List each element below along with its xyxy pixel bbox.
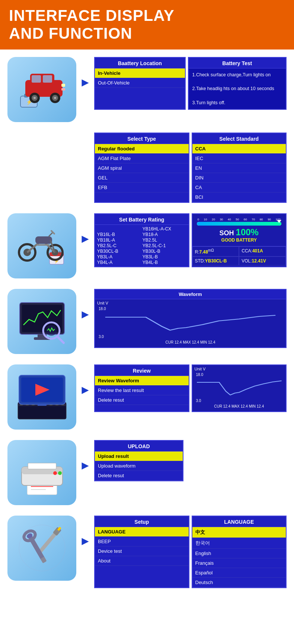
cca-value: 401A [252, 248, 263, 254]
battery-stats-grid: R:7.48mΩ CCA:401A STD:YB30CL-B VOL:12.41… [192, 246, 286, 265]
gauge-pointer [277, 220, 281, 223]
standard-iec[interactable]: IEC [192, 154, 286, 163]
lang-chinese[interactable]: 中文 [192, 527, 286, 538]
svg-rect-28 [35, 236, 52, 244]
upload-title: UPLOAD [95, 441, 183, 452]
r-value-cell: R:7.48mΩ [192, 246, 239, 256]
review-waveform-panel: Unit V 18.0 3.0 CUR 12.4 MAX 12.4 MIN 12… [192, 364, 287, 412]
lang-french[interactable]: Français [192, 558, 286, 568]
select-type-panels: Select Type Regular flooded AGM Flat Pla… [94, 133, 287, 203]
standard-bci[interactable]: BCI [192, 192, 286, 202]
type-efb[interactable]: EFB [95, 183, 189, 192]
in-vehicle-item[interactable]: In-Vehicle [95, 68, 185, 78]
rating-r5c0: YB3L-A [97, 254, 141, 259]
review-delete-item[interactable]: Delete resut [95, 395, 189, 405]
type-regular-flooded[interactable]: Regular flooded [95, 144, 189, 154]
monitor-icon-box [7, 289, 76, 354]
battery-rating-title: Set Battery Rating [95, 214, 189, 225]
upload-result-item[interactable]: Upload result [95, 452, 183, 461]
gauge-bar [197, 222, 282, 226]
rating-r0c1: YB16HL-A-CX [143, 226, 186, 232]
car-icon-box: ⚡ [7, 57, 76, 122]
rating-r1c0: YB16L-B [97, 232, 141, 237]
upload-waveform-item[interactable]: Upload waveform [95, 461, 183, 471]
battery-location-panels: Baattery Location In-Vehicle Out-Of-Vehi… [94, 57, 287, 110]
review-bottom-value: 3.0 [196, 399, 201, 403]
standard-cca[interactable]: CCA [192, 144, 286, 154]
header-title: INTERFACE DISPLAY AND FUNCTION [9, 7, 285, 43]
battery-location-left-panel: Baattery Location In-Vehicle Out-Of-Vehi… [94, 57, 186, 110]
svg-line-38 [58, 337, 64, 343]
gauge-bar-fill [197, 222, 282, 226]
lang-spanish[interactable]: Español [192, 568, 286, 578]
standard-ca[interactable]: CA [192, 183, 286, 192]
header: INTERFACE DISPLAY AND FUNCTION [0, 0, 294, 50]
svg-point-13 [54, 97, 56, 99]
waveform-bottom-value: 3.0 [99, 335, 104, 339]
rating-r6c0: YB4L-A [97, 260, 141, 265]
standard-din[interactable]: DIN [192, 173, 286, 183]
battery-test-panel: Battery Test 1.Check surface charge,Turn… [188, 57, 287, 110]
standard-en[interactable]: EN [192, 163, 286, 173]
setup-language-item[interactable]: LANGUAGE [95, 527, 189, 537]
car-icon: ⚡ [16, 63, 68, 115]
svg-point-59 [53, 471, 57, 475]
rating-r3c1: YB2.5L-C-1 [143, 243, 186, 248]
motorcycle-icon: ⚡ [16, 220, 68, 272]
lang-korean[interactable]: 한국어 [192, 538, 286, 549]
review-last-result-item[interactable]: Review the last result [95, 386, 189, 395]
arrow-icon-5: ► [79, 459, 91, 472]
review-panels: Review Review Waveform Review the last r… [94, 364, 287, 412]
lang-german[interactable]: Deutsch [192, 578, 286, 587]
setup-about-item[interactable]: About [95, 556, 189, 566]
setup-beep-item[interactable]: BEEP [95, 537, 189, 546]
video-icon [16, 371, 68, 423]
battery-location-panel-title: Baattery Location [95, 58, 185, 68]
setup-panels: Setup LANGUAGE BEEP Device test About LA… [94, 516, 287, 588]
lang-english[interactable]: English [192, 549, 286, 558]
r-unit: mΩ [208, 248, 214, 252]
std-value: YB30CL-B [205, 258, 227, 264]
std-value-cell: STD:YB30CL-B [192, 256, 239, 265]
waveform-title: Waveform [95, 290, 286, 299]
select-standard-right-panel: Select Standard CCA IEC EN DIN CA BCI [192, 133, 287, 203]
setup-device-test-item[interactable]: Device test [95, 546, 189, 556]
r-value: 7.48 [199, 249, 208, 255]
vol-value-cell: VOL:12.41V [239, 256, 286, 265]
rating-r4c0: YB30CL-B [97, 249, 141, 254]
rating-r3c0: YB2.5L-C [97, 243, 141, 248]
upload-panel: UPLOAD Upload result Upload waveform Del… [94, 440, 183, 481]
video-icon-box [7, 364, 76, 430]
section-battery-rating: ⚡ ► [7, 213, 287, 278]
arrow-setup: ► [76, 516, 94, 548]
type-agm-spiral[interactable]: AGM spiral [95, 163, 189, 173]
type-agm-flat[interactable]: AGM Flat Plate [95, 154, 189, 163]
out-of-vehicle-item[interactable]: Out-Of-Vehicle [95, 78, 185, 88]
review-footer: CUR 12.4 MAX 12.4 MIN 12.4 [195, 404, 284, 410]
waveform-main-panel: Waveform Unit V 18.0 3.0 CUR 12.4 MAX 12… [94, 289, 287, 348]
type-gel[interactable]: GEL [95, 173, 189, 183]
arrow-review: ► [76, 364, 94, 397]
svg-rect-7 [43, 75, 52, 83]
battery-meter-panel: 0102030405060708090100 SOH 100% GOOD BAT… [192, 213, 287, 267]
upload-panels: UPLOAD Upload result Upload waveform Del… [94, 440, 183, 481]
waveform-unit-label: Unit V [97, 301, 284, 305]
svg-rect-15 [61, 88, 65, 90]
arrow-select-type [76, 133, 94, 151]
gauge-numbers: 0102030405060708090100 [195, 218, 283, 221]
rating-r6c1: YB4L-B [143, 260, 186, 265]
section-upload: ► UPLOAD Upload result Upload waveform D… [7, 440, 287, 505]
battery-test-title: Battery Test [189, 58, 286, 68]
arrow-upload: ► [76, 440, 94, 472]
waveform-top-value: 18.0 [99, 307, 106, 311]
upload-delete-item[interactable]: Delete resut [95, 471, 183, 481]
soh-area: 0102030405060708090100 SOH 100% GOOD BAT… [192, 214, 286, 246]
review-waveform-item[interactable]: Review Waveform [95, 376, 189, 386]
section-setup: ► Setup LANGUAGE BEEP Device test About … [7, 516, 287, 588]
select-type-spacer [7, 133, 76, 198]
review-svg-area: 18.0 3.0 [195, 372, 284, 404]
rating-r2c0: YB18L-A [97, 237, 141, 243]
vol-value: 12.41V [252, 258, 266, 264]
setup-left-panel: Setup LANGUAGE BEEP Device test About [94, 516, 189, 588]
setup-title: Setup [95, 516, 189, 527]
